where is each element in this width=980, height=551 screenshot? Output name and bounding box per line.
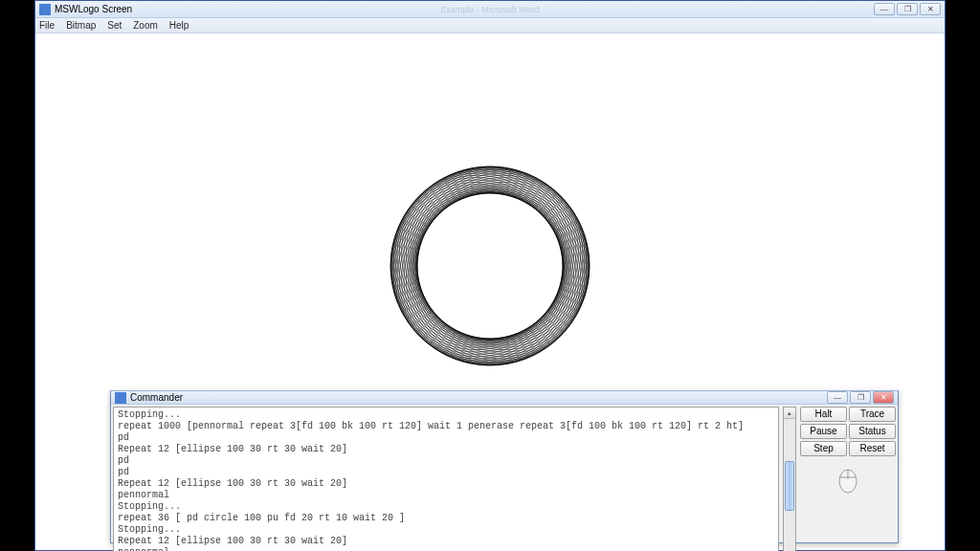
menu-file[interactable]: File bbox=[39, 20, 55, 31]
svg-point-5 bbox=[414, 171, 587, 343]
commander-titlebar[interactable]: Commander — ❐ ✕ bbox=[111, 391, 898, 405]
status-button[interactable]: Status bbox=[849, 424, 896, 439]
menu-bitmap[interactable]: Bitmap bbox=[66, 20, 96, 31]
commander-title: Commander bbox=[130, 392, 183, 403]
commander-icon bbox=[115, 392, 126, 404]
close-button[interactable]: ✕ bbox=[920, 3, 941, 15]
menu-set[interactable]: Set bbox=[107, 20, 122, 31]
menu-help[interactable]: Help bbox=[169, 20, 189, 31]
svg-point-14 bbox=[412, 190, 585, 363]
svg-point-22 bbox=[395, 190, 568, 363]
svg-point-32 bbox=[395, 169, 568, 342]
scroll-thumb[interactable] bbox=[785, 461, 794, 511]
reset-button[interactable]: Reset bbox=[849, 441, 896, 456]
main-titlebar[interactable]: MSWLogo Screen Example - Microsoft Word … bbox=[35, 1, 945, 18]
mouse-icon bbox=[836, 464, 859, 495]
commander-minimize-button[interactable]: — bbox=[827, 391, 848, 404]
background-app-title: Example - Microsoft Word bbox=[440, 5, 539, 14]
halt-button[interactable]: Halt bbox=[800, 407, 847, 422]
maximize-button[interactable]: ❐ bbox=[897, 3, 918, 15]
commander-close-button[interactable]: ✕ bbox=[873, 391, 894, 404]
main-title: MSWLogo Screen bbox=[55, 4, 132, 14]
svg-point-31 bbox=[393, 171, 566, 343]
scroll-up-icon[interactable]: ▴ bbox=[784, 408, 795, 419]
step-button[interactable]: Step bbox=[800, 441, 847, 456]
scroll-track[interactable] bbox=[784, 419, 795, 551]
app-icon bbox=[39, 4, 51, 15]
svg-point-4 bbox=[412, 169, 585, 342]
svg-point-23 bbox=[393, 188, 566, 361]
menu-zoom[interactable]: Zoom bbox=[133, 20, 158, 31]
commander-maximize-button[interactable]: ❐ bbox=[850, 391, 871, 404]
commander-window: Commander — ❐ ✕ Stopping... repeat 1000 … bbox=[110, 390, 899, 543]
history-scrollbar[interactable]: ▴ ▾ bbox=[783, 407, 796, 551]
commander-side-panel: Halt Trace Pause Status Step Reset bbox=[800, 407, 896, 551]
command-history[interactable]: Stopping... repeat 1000 [pennormal repea… bbox=[113, 407, 779, 551]
menubar: File Bitmap Set Zoom Help bbox=[35, 18, 945, 33]
trace-button[interactable]: Trace bbox=[849, 407, 896, 422]
minimize-button[interactable]: — bbox=[874, 3, 895, 15]
svg-point-13 bbox=[414, 188, 587, 361]
pause-button[interactable]: Pause bbox=[800, 424, 847, 439]
